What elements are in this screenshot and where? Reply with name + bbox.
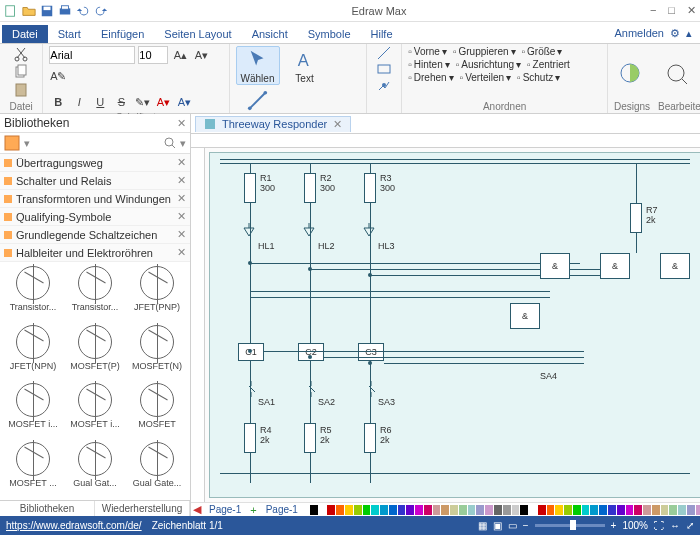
distribute-button[interactable]: ▫ Verteilen ▾ <box>460 72 511 83</box>
color-swatch[interactable] <box>406 505 414 515</box>
align-button[interactable]: ▫ Ausrichtung ▾ <box>456 59 521 70</box>
color-swatch[interactable] <box>626 505 634 515</box>
tab-pagelayout[interactable]: Seiten Layout <box>154 25 241 43</box>
view-mode-icon[interactable]: ▣ <box>493 520 502 531</box>
sidebar-tab-libs[interactable]: Bibliotheken <box>0 501 95 516</box>
print-icon[interactable] <box>58 4 72 18</box>
zoom-slider[interactable] <box>535 524 605 527</box>
color-swatch[interactable] <box>599 505 607 515</box>
grow-font-button[interactable]: A▴ <box>171 46 189 64</box>
stencil-shape[interactable]: MOSFET i... <box>66 383 124 438</box>
stencil-shape[interactable]: JFET(PNP) <box>128 266 186 321</box>
tab-view[interactable]: Ansicht <box>242 25 298 43</box>
drawing-page[interactable]: R1 300 R2 300 R3 300 HL1 HL2 HL3 <box>209 152 700 498</box>
color-swatch[interactable] <box>687 505 695 515</box>
color-swatch[interactable] <box>590 505 598 515</box>
text-tool[interactable]: A Text <box>283 47 327 84</box>
bold-button[interactable]: B <box>49 93 67 111</box>
misc-tool-icon[interactable] <box>377 78 391 92</box>
library-picker-icon[interactable] <box>4 135 20 151</box>
zoom-in-icon[interactable]: + <box>611 520 617 531</box>
color-swatch[interactable] <box>696 505 700 515</box>
color-swatch[interactable] <box>424 505 432 515</box>
color-swatch[interactable] <box>450 505 458 515</box>
save-icon[interactable] <box>40 4 54 18</box>
copy-icon[interactable] <box>13 64 29 80</box>
view-mode-icon[interactable]: ▦ <box>478 520 487 531</box>
color-swatch[interactable] <box>398 505 406 515</box>
color-swatch[interactable] <box>538 505 546 515</box>
color-swatch[interactable] <box>380 505 388 515</box>
color-swatch[interactable] <box>441 505 449 515</box>
maximize-button[interactable]: □ <box>668 4 675 17</box>
stencil-shape[interactable]: MOSFET ... <box>4 442 62 497</box>
color-swatch[interactable] <box>564 505 572 515</box>
color-swatch[interactable] <box>476 505 484 515</box>
fit-page-icon[interactable]: ⛶ <box>654 520 664 531</box>
close-button[interactable]: ✕ <box>687 4 696 17</box>
paste-icon[interactable] <box>13 82 29 98</box>
settings-icon[interactable]: ⚙ <box>670 27 680 40</box>
new-icon[interactable] <box>4 4 18 18</box>
shrink-font-button[interactable]: A▾ <box>192 46 210 64</box>
rect-tool-icon[interactable] <box>377 62 391 76</box>
underline-button[interactable]: U <box>91 93 109 111</box>
size-button[interactable]: ▫ Größe ▾ <box>522 46 563 57</box>
font-size-select[interactable] <box>138 46 168 64</box>
stencil-shape[interactable]: Gual Gat... <box>66 442 124 497</box>
lock-button[interactable]: ▫ Schutz ▾ <box>517 72 560 83</box>
tab-start[interactable]: Start <box>48 25 91 43</box>
tab-insert[interactable]: Einfügen <box>91 25 154 43</box>
color-swatch[interactable] <box>345 505 353 515</box>
clear-format-button[interactable]: A✎ <box>49 67 67 85</box>
color-swatch[interactable] <box>371 505 379 515</box>
library-search-icon[interactable] <box>164 137 176 149</box>
color-swatch[interactable] <box>617 505 625 515</box>
color-swatch[interactable] <box>661 505 669 515</box>
stencil-shape[interactable]: MOSFET i... <box>4 383 62 438</box>
undo-icon[interactable] <box>76 4 90 18</box>
bring-front-button[interactable]: ▫ Vorne ▾ <box>408 46 447 57</box>
category-item[interactable]: Transformtoren und Windungen✕ <box>0 190 190 208</box>
add-page-icon[interactable]: + <box>247 504 259 516</box>
stencil-shape[interactable]: MOSFET(P) <box>66 325 124 380</box>
font-fill-button[interactable]: A▾ <box>175 93 193 111</box>
page-tab-1[interactable]: Page-1 <box>203 504 247 515</box>
redo-icon[interactable] <box>94 4 108 18</box>
color-swatch[interactable] <box>529 505 537 515</box>
document-tab[interactable]: Threeway Responder ✕ <box>195 116 351 132</box>
color-swatch[interactable] <box>503 505 511 515</box>
color-swatch[interactable] <box>678 505 686 515</box>
tab-file[interactable]: Datei <box>2 25 48 43</box>
center-button[interactable]: ▫ Zentriert <box>527 59 570 70</box>
color-swatch[interactable] <box>634 505 642 515</box>
fit-width-icon[interactable]: ↔ <box>670 520 680 531</box>
strike-button[interactable]: S <box>112 93 130 111</box>
font-color-button[interactable]: A▾ <box>154 93 172 111</box>
color-swatch[interactable] <box>468 505 476 515</box>
color-swatch[interactable] <box>608 505 616 515</box>
color-swatch[interactable] <box>512 505 520 515</box>
color-swatch[interactable] <box>319 505 327 515</box>
color-swatch[interactable] <box>389 505 397 515</box>
category-item[interactable]: Halbleiter und Elektroröhren✕ <box>0 244 190 262</box>
cut-icon[interactable] <box>13 46 29 62</box>
color-swatch[interactable] <box>433 505 441 515</box>
color-swatch[interactable] <box>354 505 362 515</box>
color-swatch[interactable] <box>555 505 563 515</box>
color-swatch[interactable] <box>643 505 651 515</box>
edit-button[interactable]: Bearbeiten <box>652 44 700 113</box>
color-swatch[interactable] <box>547 505 555 515</box>
category-item[interactable]: Qualifying-Symbole✕ <box>0 208 190 226</box>
color-swatch[interactable] <box>415 505 423 515</box>
line-tool-icon[interactable] <box>377 46 391 60</box>
collapse-ribbon-icon[interactable]: ▴ <box>686 27 692 40</box>
login-link[interactable]: Anmelden <box>614 27 664 40</box>
stencil-shape[interactable]: Transistor... <box>4 266 62 321</box>
select-tool[interactable]: Wählen <box>236 46 280 85</box>
open-icon[interactable] <box>22 4 36 18</box>
stencil-shape[interactable]: MOSFET <box>128 383 186 438</box>
page-tab-2[interactable]: Page-1 <box>260 504 304 515</box>
color-swatch[interactable] <box>485 505 493 515</box>
italic-button[interactable]: I <box>70 93 88 111</box>
